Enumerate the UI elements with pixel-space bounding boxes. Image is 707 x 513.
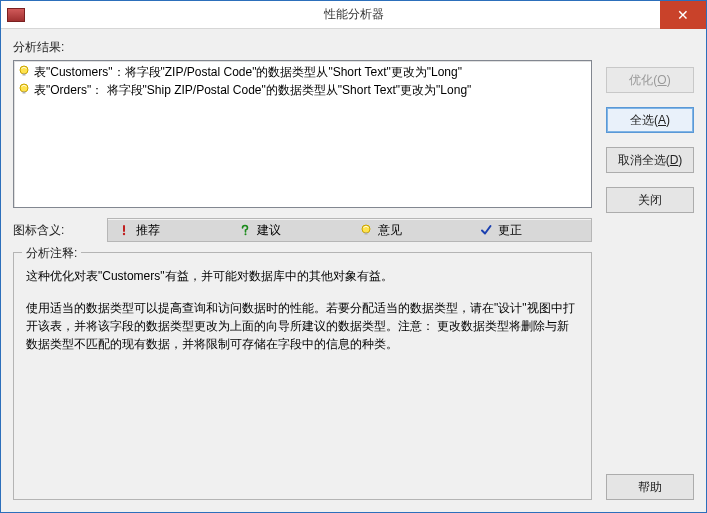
left-column: 分析结果: 表"Customers"：将字段"ZIP/Postal Code"的… bbox=[13, 39, 592, 500]
legend-label: 图标含义: bbox=[13, 222, 107, 239]
legend-item-label: 更正 bbox=[498, 222, 522, 239]
legend-bar: 推荐建议意见更正 bbox=[107, 218, 592, 242]
results-label: 分析结果: bbox=[13, 39, 592, 56]
help-button[interactable]: 帮助 bbox=[606, 474, 694, 500]
bulb-icon bbox=[18, 65, 30, 77]
close-button[interactable]: 关闭 bbox=[606, 187, 694, 213]
result-item[interactable]: 表"Orders"： 将字段"Ship ZIP/Postal Code"的数据类… bbox=[18, 81, 587, 99]
deselect-all-button[interactable]: 取消全选(D) bbox=[606, 147, 694, 173]
dialog-body: 分析结果: 表"Customers"：将字段"ZIP/Postal Code"的… bbox=[1, 29, 706, 512]
result-item[interactable]: 表"Customers"：将字段"ZIP/Postal Code"的数据类型从"… bbox=[18, 63, 587, 81]
window-title: 性能分析器 bbox=[1, 6, 706, 23]
legend-item-label: 意见 bbox=[378, 222, 402, 239]
check-icon bbox=[480, 224, 492, 236]
legend-item: 推荐 bbox=[108, 222, 229, 239]
dialog-window: 性能分析器 ✕ 分析结果: 表"Customers"：将字段"ZIP/Posta… bbox=[0, 0, 707, 513]
notes-paragraph-2: 使用适当的数据类型可以提高查询和访问数据时的性能。若要分配适当的数据类型，请在"… bbox=[26, 299, 579, 353]
spacer bbox=[606, 227, 694, 460]
legend-row: 图标含义: 推荐建议意见更正 bbox=[13, 218, 592, 242]
select-all-button[interactable]: 全选(A) bbox=[606, 107, 694, 133]
notes-paragraph-1: 这种优化对表"Customers"有益，并可能对数据库中的其他对象有益。 bbox=[26, 267, 579, 285]
analysis-notes-fieldset: 分析注释: 这种优化对表"Customers"有益，并可能对数据库中的其他对象有… bbox=[13, 252, 592, 500]
titlebar: 性能分析器 ✕ bbox=[1, 1, 706, 29]
accelerator: A bbox=[658, 113, 666, 127]
window-close-button[interactable]: ✕ bbox=[660, 1, 706, 29]
bulb-icon bbox=[360, 224, 372, 236]
result-text: 表"Customers"：将字段"ZIP/Postal Code"的数据类型从"… bbox=[34, 64, 462, 80]
bulb-icon bbox=[18, 83, 30, 95]
result-text: 表"Orders"： 将字段"Ship ZIP/Postal Code"的数据类… bbox=[34, 82, 471, 98]
accelerator: D bbox=[670, 153, 679, 167]
right-column: 优化(O) 全选(A) 取消全选(D) 关闭 帮助 bbox=[606, 39, 694, 500]
legend-item: 更正 bbox=[470, 222, 591, 239]
optimize-button[interactable]: 优化(O) bbox=[606, 67, 694, 93]
notes-legend: 分析注释: bbox=[22, 245, 81, 262]
accelerator: O bbox=[657, 73, 666, 87]
legend-item-label: 推荐 bbox=[136, 222, 160, 239]
question-icon bbox=[239, 224, 251, 236]
legend-item-label: 建议 bbox=[257, 222, 281, 239]
exclaim-icon bbox=[118, 224, 130, 236]
legend-item: 建议 bbox=[229, 222, 350, 239]
close-icon: ✕ bbox=[677, 7, 689, 23]
results-listbox[interactable]: 表"Customers"：将字段"ZIP/Postal Code"的数据类型从"… bbox=[13, 60, 592, 208]
legend-item: 意见 bbox=[350, 222, 471, 239]
